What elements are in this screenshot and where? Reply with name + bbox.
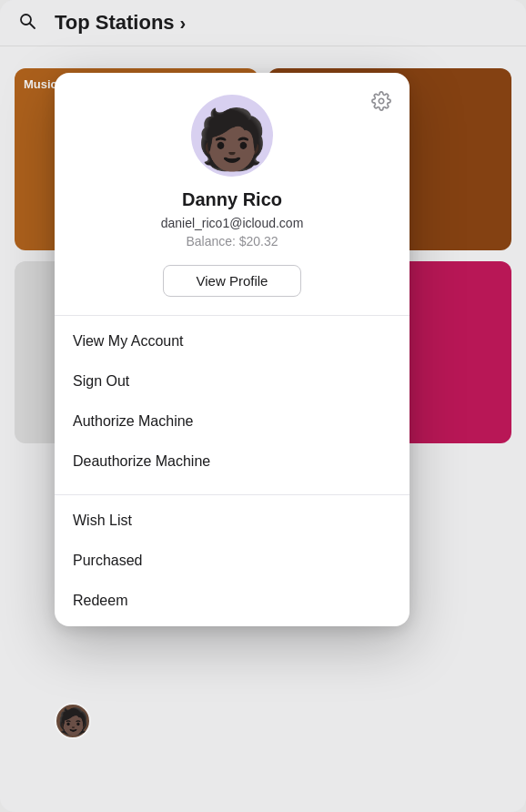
menu-item-redeem[interactable]: Redeem <box>55 581 410 621</box>
menu-section-1: View My Account Sign Out Authorize Machi… <box>55 316 410 487</box>
svg-point-2 <box>379 98 384 104</box>
user-balance: Balance: $20.32 <box>186 234 278 249</box>
user-avatar: 🧑🏿 <box>191 95 273 177</box>
user-name: Danny Rico <box>182 189 282 210</box>
user-email: daniel_rico1@icloud.com <box>161 216 304 230</box>
menu-item-authorize-machine[interactable]: Authorize Machine <box>55 401 410 442</box>
settings-button[interactable] <box>368 87 395 120</box>
section-gap <box>55 487 410 494</box>
view-profile-button[interactable]: View Profile <box>163 265 302 297</box>
menu-item-deauthorize-machine[interactable]: Deauthorize Machine <box>55 442 410 482</box>
menu-section-2: Wish List Purchased Redeem <box>55 495 410 626</box>
menu-item-wish-list[interactable]: Wish List <box>55 501 410 541</box>
menu-item-purchased[interactable]: Purchased <box>55 541 410 581</box>
popup-header: 🧑🏿 Danny Rico daniel_rico1@icloud.com Ba… <box>55 73 410 315</box>
menu-item-view-account[interactable]: View My Account <box>55 321 410 361</box>
user-popup: 🧑🏿 Danny Rico daniel_rico1@icloud.com Ba… <box>55 73 410 626</box>
menu-item-sign-out[interactable]: Sign Out <box>55 361 410 401</box>
